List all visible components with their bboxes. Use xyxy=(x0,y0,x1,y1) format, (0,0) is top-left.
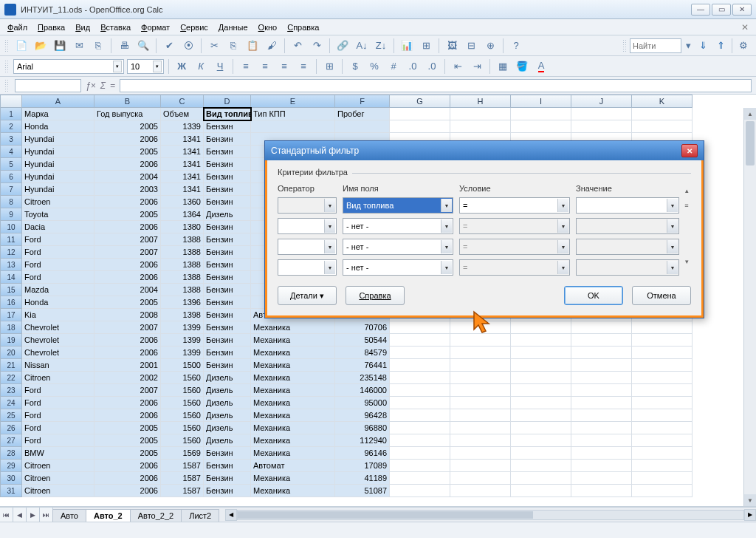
cell[interactable]: Бензин xyxy=(204,233,251,246)
cell[interactable] xyxy=(511,409,571,422)
maximize-button[interactable]: ▭ xyxy=(712,4,731,16)
undo-icon[interactable]: ↶ xyxy=(289,38,306,54)
cell[interactable]: 50544 xyxy=(335,334,390,347)
cell[interactable]: Дизель xyxy=(204,434,251,447)
scroll-up-small-icon[interactable]: ▴ xyxy=(681,185,692,196)
cell[interactable] xyxy=(632,472,693,485)
cell[interactable] xyxy=(632,120,693,133)
cell[interactable]: 2005 xyxy=(94,447,161,460)
cell[interactable] xyxy=(571,384,632,397)
cell[interactable]: Бензин xyxy=(204,271,251,284)
operator-combo[interactable]: ▼ xyxy=(278,259,337,276)
cell[interactable]: Дизель xyxy=(204,208,251,221)
help-button[interactable]: Справка xyxy=(346,286,405,305)
cell[interactable]: Бензин xyxy=(204,146,251,158)
autospell-icon[interactable]: ⦿ xyxy=(180,38,196,54)
cell[interactable]: 1341 xyxy=(161,133,204,146)
sheet-tab-Лист2[interactable]: Лист2 xyxy=(181,509,219,522)
cell[interactable] xyxy=(632,460,693,472)
col-header-D[interactable]: D xyxy=(204,95,251,108)
cell[interactable]: 1569 xyxy=(161,447,204,460)
cell[interactable]: Hyundai xyxy=(22,133,94,146)
preview-icon[interactable]: 🔍 xyxy=(135,38,151,54)
minimize-button[interactable]: — xyxy=(691,4,710,16)
cell[interactable]: Бензин xyxy=(204,284,251,296)
cell[interactable] xyxy=(511,434,571,447)
cell[interactable]: 2005 xyxy=(94,146,161,158)
cell[interactable] xyxy=(511,485,571,497)
cell[interactable]: Вид топлива xyxy=(204,108,251,120)
cell[interactable] xyxy=(511,359,571,372)
cell[interactable] xyxy=(390,334,450,347)
cell[interactable] xyxy=(632,434,693,447)
cell[interactable]: 1500 xyxy=(161,359,204,372)
cell[interactable]: 1560 xyxy=(161,384,204,397)
cancel-button[interactable]: Отмена xyxy=(632,286,691,305)
cell[interactable]: 235148 xyxy=(335,372,390,384)
cell[interactable]: 84579 xyxy=(335,347,390,359)
cell[interactable]: Citroen xyxy=(22,372,94,384)
cell[interactable]: Механика xyxy=(251,447,335,460)
cell[interactable]: Бензин xyxy=(204,183,251,196)
cell[interactable] xyxy=(632,334,693,347)
row-header[interactable]: 24 xyxy=(0,397,22,409)
row-header[interactable]: 5 xyxy=(0,158,22,171)
cell[interactable] xyxy=(511,447,571,460)
col-header-J[interactable]: J xyxy=(571,95,632,108)
operator-combo[interactable]: ▼ xyxy=(278,218,337,234)
cell[interactable] xyxy=(632,372,693,384)
row-header[interactable]: 22 xyxy=(0,372,22,384)
tab-prev-icon[interactable]: ◀ xyxy=(13,508,27,522)
align-justify-icon[interactable]: ≡ xyxy=(295,58,312,75)
cell[interactable]: Дизель xyxy=(204,384,251,397)
cell[interactable]: Дизель xyxy=(204,422,251,434)
find-prev-icon[interactable]: ⇑ xyxy=(712,38,729,54)
find-input[interactable] xyxy=(630,38,681,53)
cell[interactable] xyxy=(390,422,450,434)
scroll-thumb[interactable] xyxy=(746,121,755,165)
cell[interactable] xyxy=(632,409,693,422)
field-combo[interactable]: Вид топлива▼ xyxy=(343,197,453,214)
cell[interactable] xyxy=(511,108,571,120)
cell[interactable]: Бензин xyxy=(204,472,251,485)
cell[interactable]: Toyota xyxy=(22,208,94,221)
row-header[interactable]: 31 xyxy=(0,485,22,497)
cell[interactable]: 70706 xyxy=(335,321,390,334)
row-header[interactable]: 26 xyxy=(0,422,22,434)
dialog-titlebar[interactable]: Стандартный фильтр ✕ xyxy=(265,141,704,160)
menu-окно[interactable]: Окно xyxy=(254,21,282,33)
fx-icon[interactable]: ƒ× xyxy=(86,81,96,91)
field-combo[interactable]: - нет -▼ xyxy=(343,259,453,276)
cell[interactable]: Механика xyxy=(251,472,335,485)
cell[interactable] xyxy=(390,384,450,397)
row-header[interactable]: 21 xyxy=(0,359,22,372)
cell[interactable]: 41189 xyxy=(335,472,390,485)
cell[interactable] xyxy=(450,120,511,133)
cell[interactable] xyxy=(511,347,571,359)
print-icon[interactable]: 🖶 xyxy=(116,38,132,54)
equals-icon[interactable]: = xyxy=(110,81,115,91)
row-header[interactable]: 12 xyxy=(0,246,22,259)
open-icon[interactable]: 📂 xyxy=(32,38,49,54)
cell[interactable]: Бензин xyxy=(204,296,251,309)
cell[interactable]: Kia xyxy=(22,309,94,321)
cell[interactable] xyxy=(632,108,693,120)
align-center-icon[interactable]: ≡ xyxy=(257,58,273,75)
cell[interactable]: Бензин xyxy=(204,196,251,208)
row-header[interactable]: 3 xyxy=(0,133,22,146)
currency-icon[interactable]: $ xyxy=(347,58,363,75)
paste-icon[interactable]: 📋 xyxy=(244,38,261,54)
cell[interactable]: 146000 xyxy=(335,384,390,397)
font-name-combo[interactable]: Arial ▾ xyxy=(13,59,124,74)
sort-asc-icon[interactable]: A↓ xyxy=(354,38,370,54)
cell[interactable]: Механика xyxy=(251,397,335,409)
cell[interactable] xyxy=(511,321,571,334)
cut-icon[interactable]: ✂ xyxy=(206,38,222,54)
cell[interactable] xyxy=(390,409,450,422)
scroll-down-icon[interactable]: ▼ xyxy=(744,494,756,506)
cell[interactable]: 2006 xyxy=(94,271,161,284)
cell[interactable] xyxy=(390,359,450,372)
row-header[interactable]: 11 xyxy=(0,233,22,246)
bgcolor-icon[interactable]: 🪣 xyxy=(514,58,530,75)
cell[interactable]: Бензин xyxy=(204,309,251,321)
